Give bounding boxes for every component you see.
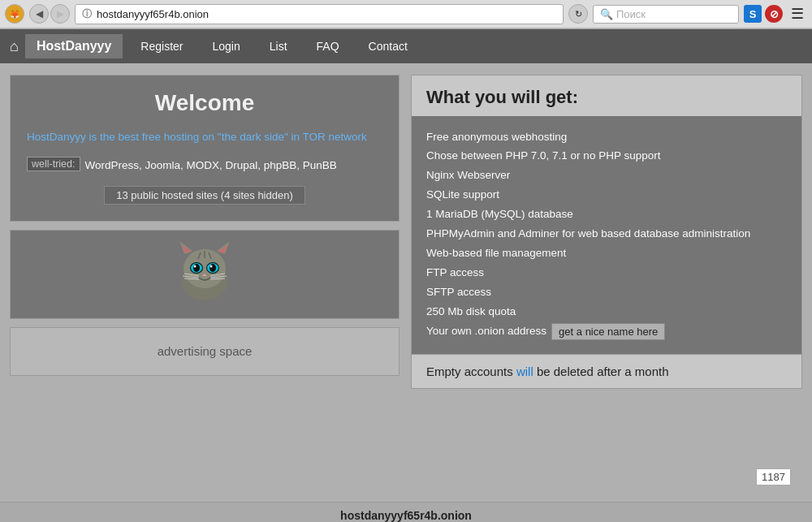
nav-buttons: ◀ ▶ bbox=[29, 4, 70, 24]
well-tried-label: well-tried: bbox=[27, 157, 80, 171]
empty-accounts-suffix: be deleted after a month bbox=[533, 365, 669, 378]
feature-item: Your own .onion address get a nice name … bbox=[426, 321, 787, 341]
home-icon[interactable]: ⌂ bbox=[6, 35, 22, 58]
extension-icons: S ⊘ bbox=[744, 5, 783, 23]
nav-login[interactable]: Login bbox=[198, 32, 255, 61]
extension-r-icon[interactable]: ⊘ bbox=[765, 5, 783, 23]
svg-point-15 bbox=[194, 265, 197, 267]
refresh-button[interactable]: ↻ bbox=[568, 4, 588, 24]
menu-button[interactable]: ☰ bbox=[788, 3, 807, 24]
browser-chrome: 🦊 ◀ ▶ ⓘ hostdanyyyf65r4b.onion ↻ 🔍 Поиск… bbox=[0, 0, 812, 29]
feature-item: SFTP access bbox=[426, 283, 787, 302]
features-header: What you will get: bbox=[411, 75, 802, 116]
feature-item: Chose between PHP 7.0, 7.1 or no PHP sup… bbox=[426, 147, 787, 166]
page-footer: hostdanyyyf65r4b.onion bbox=[0, 502, 812, 522]
page-content: Welcome HostDanyyy is the best free host… bbox=[0, 63, 812, 502]
nav-register[interactable]: Register bbox=[126, 32, 197, 61]
svg-point-14 bbox=[209, 264, 216, 272]
features-title: What you will get: bbox=[426, 87, 787, 108]
site-navbar: ⌂ HostDanyyy Register Login List FAQ Con… bbox=[0, 29, 812, 63]
feature-item: 250 Mb disk quota bbox=[426, 302, 787, 321]
advertising-space-text: advertising space bbox=[158, 344, 253, 358]
footer-domain[interactable]: hostdanyyyf65r4b.onion bbox=[340, 509, 472, 522]
feature-item: Free anonymous webhosting bbox=[426, 127, 787, 147]
nav-faq[interactable]: FAQ bbox=[302, 32, 354, 61]
feature-item: PHPMyAdmin and Adminer for web based dat… bbox=[426, 225, 787, 244]
search-placeholder: Поиск bbox=[616, 8, 646, 20]
well-tried-row: well-tried: WordPress, Joomla, MODX, Dru… bbox=[27, 157, 382, 175]
onion-address-label: Your own .onion address bbox=[426, 323, 546, 340]
forward-button[interactable]: ▶ bbox=[50, 4, 70, 24]
nav-contact[interactable]: Contact bbox=[354, 32, 422, 61]
left-column: Welcome HostDanyyy is the best free host… bbox=[10, 75, 400, 485]
search-bar[interactable]: 🔍 Поиск bbox=[593, 5, 739, 24]
extension-s-icon[interactable]: S bbox=[744, 5, 762, 23]
svg-point-16 bbox=[210, 265, 213, 267]
feature-item: Nginx Webserver bbox=[426, 166, 787, 186]
counter-row: 1187 bbox=[411, 460, 802, 485]
url-text: hostdanyyyf65r4b.onion bbox=[97, 8, 209, 20]
info-icon: ⓘ bbox=[82, 7, 92, 21]
features-ul: Free anonymous webhosting Chose between … bbox=[426, 127, 787, 341]
svg-point-13 bbox=[193, 264, 200, 272]
welcome-title: Welcome bbox=[27, 90, 382, 116]
feature-item: 1 MariaDB (MySQL) database bbox=[426, 205, 787, 225]
browser-toolbar: 🦊 ◀ ▶ ⓘ hostdanyyyf65r4b.onion ↻ 🔍 Поиск… bbox=[0, 0, 812, 28]
feature-item: FTP access bbox=[426, 263, 787, 283]
sites-badge: 13 public hosted sites (4 sites hidden) bbox=[104, 186, 305, 205]
feature-item: SQLite support bbox=[426, 186, 787, 205]
nav-links: Register Login List FAQ Contact bbox=[126, 32, 421, 61]
onion-row: Your own .onion address get a nice name … bbox=[426, 323, 787, 340]
cat-image bbox=[168, 238, 241, 311]
cat-box bbox=[10, 230, 400, 319]
app-menu-button[interactable]: 🦊 bbox=[5, 4, 24, 24]
empty-accounts-box: Empty accounts will be deleted after a m… bbox=[411, 355, 802, 389]
search-icon: 🔍 bbox=[600, 8, 613, 20]
right-column: What you will get: Free anonymous webhos… bbox=[411, 75, 802, 485]
features-list: Free anonymous webhosting Chose between … bbox=[411, 116, 802, 355]
feature-item: Web-based file management bbox=[426, 244, 787, 264]
advertising-space-box: advertising space bbox=[10, 327, 400, 376]
welcome-description: HostDanyyy is the best free hosting on "… bbox=[27, 129, 382, 145]
empty-accounts-prefix: Empty accounts bbox=[426, 365, 516, 378]
welcome-box: Welcome HostDanyyy is the best free host… bbox=[10, 75, 400, 222]
site-brand: HostDanyyy bbox=[25, 34, 123, 58]
nav-list[interactable]: List bbox=[255, 32, 302, 61]
well-tried-apps: WordPress, Joomla, MODX, Drupal, phpBB, … bbox=[85, 157, 337, 175]
empty-accounts-will: will bbox=[516, 365, 533, 378]
back-button[interactable]: ◀ bbox=[29, 4, 49, 24]
counter-badge: 1187 bbox=[756, 468, 791, 485]
url-bar[interactable]: ⓘ hostdanyyyf65r4b.onion bbox=[75, 4, 564, 24]
onion-nice-name-button[interactable]: get a nice name here bbox=[551, 323, 665, 340]
